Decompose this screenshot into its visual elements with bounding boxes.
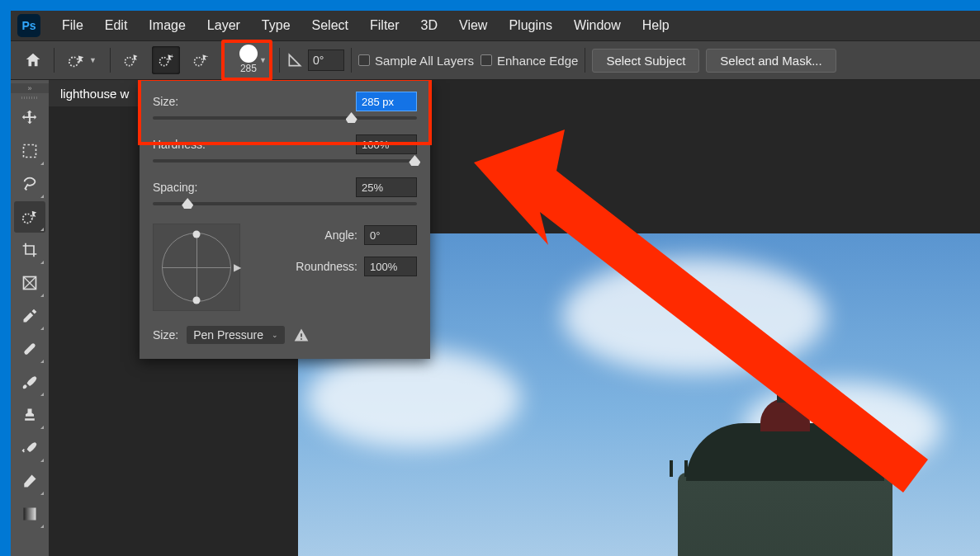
enhance-edge-checkbox[interactable]: Enhance Edge xyxy=(481,54,578,68)
frame-icon xyxy=(21,275,38,291)
add-to-selection-button[interactable]: + xyxy=(152,46,180,74)
chevron-down-icon: ▼ xyxy=(89,56,97,64)
brush-preset-picker[interactable]: 285 ▼ xyxy=(221,40,272,81)
marquee-icon xyxy=(21,143,38,159)
select-and-mask-button[interactable]: Select and Mask... xyxy=(706,49,836,73)
size-dynamics-dropdown[interactable]: Pen Pressure ⌄ xyxy=(187,326,285,344)
brush-subtract-icon: − xyxy=(192,52,209,68)
angle-icon xyxy=(286,52,303,68)
chevron-down-icon: ▼ xyxy=(259,56,267,64)
svg-point-4 xyxy=(194,58,202,66)
stamp-tool[interactable] xyxy=(14,399,45,431)
menu-3d[interactable]: 3D xyxy=(411,13,447,38)
divider xyxy=(110,48,111,73)
brush-roundness-input[interactable] xyxy=(364,257,417,276)
home-button[interactable] xyxy=(19,46,47,74)
brush-angle-input[interactable] xyxy=(308,49,344,71)
crop-icon xyxy=(21,242,38,258)
svg-text:+: + xyxy=(170,53,174,60)
hardness-slider[interactable] xyxy=(153,159,417,163)
angle-label: Angle: xyxy=(255,229,364,242)
warning-icon xyxy=(293,327,310,343)
svg-point-7 xyxy=(23,214,32,223)
slider-thumb[interactable] xyxy=(346,112,357,123)
select-subject-button[interactable]: Select Subject xyxy=(592,49,699,73)
marquee-tool[interactable] xyxy=(14,135,45,167)
menu-edit[interactable]: Edit xyxy=(95,13,138,38)
spacing-slider[interactable] xyxy=(153,202,417,205)
brush-new-icon xyxy=(123,52,140,68)
brush-spacing-input[interactable] xyxy=(356,177,417,197)
menubar: Ps File Edit Image Layer Type Select Fil… xyxy=(11,11,980,40)
tool-preset-dropdown[interactable]: ▼ xyxy=(61,48,103,73)
quick-selection-tool[interactable] xyxy=(14,201,45,233)
panel-grip[interactable] xyxy=(11,93,49,101)
divider xyxy=(54,48,54,73)
menu-window[interactable]: Window xyxy=(564,13,631,38)
subtract-from-selection-button[interactable]: − xyxy=(187,46,215,74)
size-slider[interactable] xyxy=(153,116,417,120)
gradient-icon xyxy=(21,506,38,522)
brush-tool[interactable] xyxy=(14,366,45,398)
quick-selection-icon xyxy=(21,208,39,226)
svg-point-1 xyxy=(125,58,133,66)
menu-select[interactable]: Select xyxy=(302,13,358,38)
roundness-label: Roundness: xyxy=(255,260,364,273)
photoshop-logo: Ps xyxy=(17,14,40,37)
svg-rect-6 xyxy=(24,145,36,158)
new-selection-button[interactable] xyxy=(117,46,145,74)
crop-tool[interactable] xyxy=(14,234,45,266)
lasso-tool[interactable] xyxy=(14,168,45,200)
eyedropper-tool[interactable] xyxy=(14,300,45,332)
toolbar-expand-button[interactable]: » xyxy=(11,83,49,93)
svg-point-0 xyxy=(69,57,78,66)
home-icon xyxy=(24,51,42,69)
brush-shape-icon xyxy=(239,45,258,63)
svg-rect-12 xyxy=(301,338,302,340)
healing-tool[interactable] xyxy=(14,333,45,365)
move-tool[interactable] xyxy=(14,102,45,134)
menu-file[interactable]: File xyxy=(52,13,93,38)
svg-rect-11 xyxy=(301,333,302,337)
menu-help[interactable]: Help xyxy=(632,13,679,38)
history-brush-tool[interactable] xyxy=(14,432,45,464)
brush-add-icon: + xyxy=(158,52,174,68)
menu-layer[interactable]: Layer xyxy=(197,13,250,38)
eraser-tool[interactable] xyxy=(14,465,45,497)
eraser-icon xyxy=(21,473,38,489)
brush-hardness-input[interactable] xyxy=(356,134,417,154)
chevron-down-icon: ⌄ xyxy=(272,331,278,339)
bandage-icon xyxy=(21,341,38,357)
size-label: Size: xyxy=(153,95,356,108)
document-canvas[interactable]: lighthouse w Size: xyxy=(49,80,980,556)
brush-size-input[interactable] xyxy=(356,92,417,111)
gradient-tool[interactable] xyxy=(14,498,45,530)
svg-rect-9 xyxy=(23,342,36,355)
svg-text:−: − xyxy=(205,53,209,60)
enhance-edge-label: Enhance Edge xyxy=(497,54,578,68)
checkbox-icon xyxy=(358,54,370,66)
checkbox-icon xyxy=(481,54,492,66)
menu-filter[interactable]: Filter xyxy=(360,13,410,38)
svg-point-2 xyxy=(159,58,168,66)
stamp-icon xyxy=(21,407,38,423)
spacing-label: Spacing: xyxy=(153,181,356,194)
size-dynamics-value: Pen Pressure xyxy=(193,328,263,342)
divider xyxy=(585,48,585,73)
slider-thumb[interactable] xyxy=(409,155,420,166)
menu-image[interactable]: Image xyxy=(139,13,195,38)
menu-plugins[interactable]: Plugins xyxy=(499,13,561,38)
svg-rect-10 xyxy=(24,508,36,521)
document-tab[interactable]: lighthouse w xyxy=(49,80,140,106)
frame-tool[interactable] xyxy=(14,267,45,299)
size-dynamics-label: Size: xyxy=(153,328,178,342)
sample-all-layers-checkbox[interactable]: Sample All Layers xyxy=(358,54,474,68)
brush-angle-input[interactable] xyxy=(364,225,417,245)
menu-type[interactable]: Type xyxy=(252,13,301,38)
menu-view[interactable]: View xyxy=(449,13,497,38)
slider-thumb[interactable] xyxy=(182,198,193,209)
eyedropper-icon xyxy=(21,308,38,324)
brush-angle-preview[interactable]: ▶ xyxy=(153,224,240,311)
lasso-icon xyxy=(21,175,39,193)
brush-size-label: 285 xyxy=(240,63,257,74)
